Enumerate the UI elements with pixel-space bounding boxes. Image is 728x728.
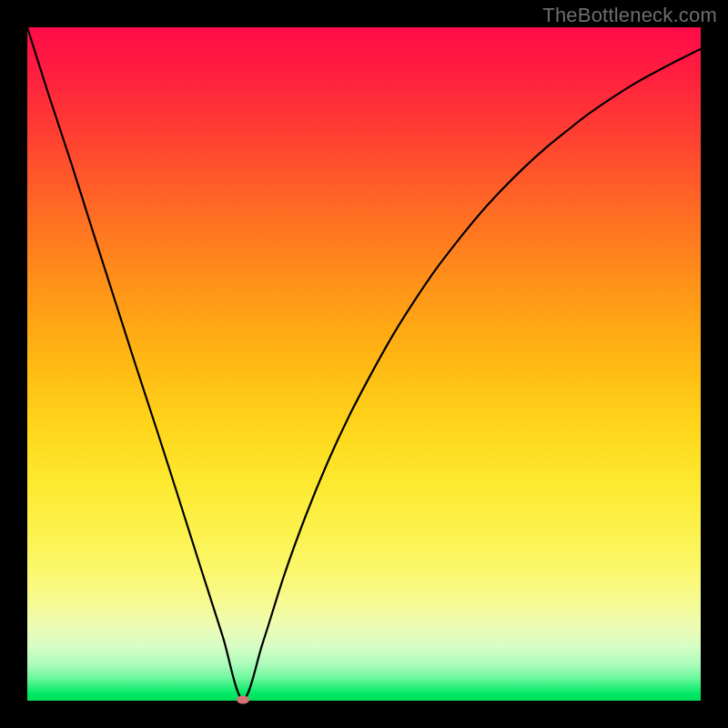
minimum-marker	[237, 695, 249, 703]
chart-frame: TheBottleneck.com	[0, 0, 728, 728]
bottleneck-curve	[27, 27, 701, 701]
plot-area	[27, 27, 701, 701]
watermark-label: TheBottleneck.com	[542, 4, 717, 27]
